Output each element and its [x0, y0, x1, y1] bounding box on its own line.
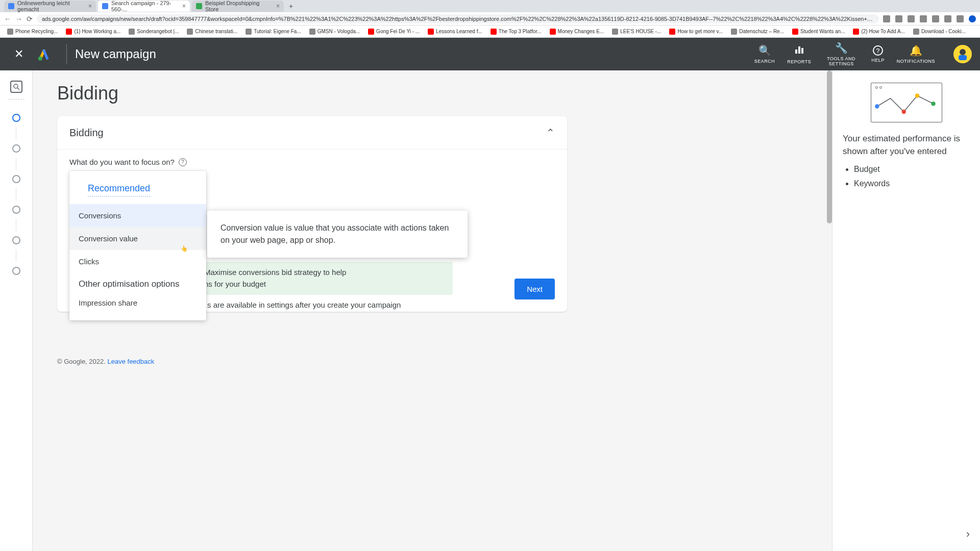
url-bar: ← → ⟳ ads.google.com/aw/campaigns/new/se…	[0, 12, 980, 26]
bookmark[interactable]: Sonderangebot |...	[126, 28, 182, 36]
performance-chart-icon	[871, 83, 942, 122]
notifications-button[interactable]: 🔔 NOTIFICATIONS	[897, 44, 935, 64]
google-ads-logo-icon	[36, 46, 52, 62]
bookmark[interactable]: LEE'S HOUSE -...	[609, 28, 664, 36]
tab-label: Search campaign - 279-560-...	[111, 0, 179, 12]
tab-favicon	[102, 3, 108, 9]
help-icon: ?	[873, 45, 883, 56]
bookmark[interactable]: (1) How Working a...	[63, 28, 124, 36]
dropdown-option-conversion-value[interactable]: Conversion value 👆	[69, 227, 206, 250]
close-icon[interactable]: ×	[88, 3, 92, 10]
url-input[interactable]: ads.google.com/aw/campaigns/new/search/d…	[37, 14, 879, 23]
chevron-right-icon[interactable]: ›	[966, 528, 970, 541]
extension-icon[interactable]	[944, 15, 951, 22]
dropdown-option-conversions[interactable]: Conversions	[69, 204, 206, 227]
svg-point-6	[14, 84, 18, 88]
step-indicator[interactable]	[12, 206, 20, 214]
performance-panel: Your estimated performance is shown afte…	[832, 70, 980, 551]
close-icon[interactable]: ✕	[8, 47, 30, 61]
card-header[interactable]: Bidding ⌃	[57, 116, 567, 149]
tab-label: Onlinewerbung leicht gemacht	[17, 0, 85, 12]
bookmark[interactable]: (2) How To Add A...	[850, 28, 908, 36]
scrollbar[interactable]	[827, 70, 832, 223]
bookmark[interactable]: Chinese translati...	[184, 28, 240, 36]
browser-tab[interactable]: Onlinewerbung leicht gemacht ×	[4, 1, 96, 12]
list-item: Budget	[854, 165, 970, 174]
dropdown-option-impression-share[interactable]: Impression share	[69, 291, 206, 314]
bookmark[interactable]: Tutorial: Eigene Fa...	[242, 28, 304, 36]
focus-label: What do you want to focus on? ?	[69, 158, 555, 166]
svg-line-7	[17, 88, 19, 90]
tooltip: Conversion value is value that you assoc…	[207, 211, 468, 258]
step-indicator[interactable]	[12, 144, 20, 153]
svg-point-4	[960, 49, 966, 55]
bookmarks-bar: Phone Recycling... (1) How Working a... …	[0, 26, 980, 38]
step-indicator[interactable]	[12, 114, 20, 122]
avatar-icon	[955, 47, 970, 61]
divider	[66, 44, 67, 64]
bookmark[interactable]: GMSN - Vologda...	[306, 28, 363, 36]
profile-icon[interactable]	[969, 15, 976, 22]
bookmark[interactable]: Datenschutz – Re...	[728, 28, 787, 36]
chevron-up-icon[interactable]: ⌃	[546, 127, 555, 139]
browser-tab[interactable]: Beispiel Dropshipping Store ×	[192, 1, 284, 12]
search-button[interactable]: 🔍 SEARCH	[754, 44, 775, 64]
extension-icon[interactable]	[895, 15, 902, 22]
reload-icon[interactable]: ⟳	[27, 15, 33, 23]
svg-point-0	[38, 57, 42, 61]
extension-icon[interactable]	[883, 15, 890, 22]
left-rail	[0, 70, 33, 551]
overview-icon[interactable]	[10, 81, 22, 93]
svg-point-9	[901, 110, 905, 114]
bookmark[interactable]: Student Wants an...	[789, 28, 848, 36]
bookmark[interactable]: Download - Cooki...	[910, 28, 969, 36]
new-tab-button[interactable]: +	[286, 1, 296, 11]
leave-feedback-link[interactable]: Leave feedback	[107, 358, 154, 365]
help-button[interactable]: ? HELP	[871, 45, 885, 63]
divider	[8, 99, 24, 99]
footer: © Google, 2022. Leave feedback	[57, 358, 567, 365]
avatar[interactable]	[953, 45, 972, 63]
alt-strategies-text: s are available in settings after you cr…	[207, 300, 401, 309]
extension-icons	[883, 15, 976, 22]
close-icon[interactable]: ×	[182, 3, 186, 10]
bookmark[interactable]: Money Changes E...	[547, 28, 607, 36]
bookmark[interactable]: The Top 3 Platfor...	[487, 28, 545, 36]
extension-icon[interactable]	[957, 15, 964, 22]
chart-icon	[794, 44, 804, 57]
reports-button[interactable]: REPORTS	[787, 44, 811, 64]
next-button[interactable]: Next	[514, 279, 555, 299]
back-icon[interactable]: ←	[4, 15, 11, 23]
browser-tab[interactable]: Search campaign - 279-560-... ×	[98, 1, 190, 12]
help-icon[interactable]: ?	[179, 158, 187, 166]
svg-rect-1	[795, 49, 797, 54]
section-heading: Bidding	[57, 83, 567, 104]
extension-icon[interactable]	[920, 15, 927, 22]
tools-settings-button[interactable]: 🔧 TOOLS AND SETTINGS	[823, 42, 859, 66]
card-title: Bidding	[69, 127, 104, 139]
cursor-icon: 👆	[181, 245, 188, 252]
bell-icon: 🔔	[910, 44, 922, 57]
step-indicator[interactable]	[12, 267, 20, 275]
step-indicator[interactable]	[12, 175, 20, 183]
tab-favicon	[8, 3, 14, 9]
bookmark[interactable]: Gong Fei De Yi - ...	[365, 28, 423, 36]
content-area: Bidding Bidding ⌃ What do you want to fo…	[33, 70, 832, 551]
close-icon[interactable]: ×	[276, 3, 280, 10]
bookmark[interactable]: How to get more v...	[666, 28, 726, 36]
svg-rect-3	[801, 48, 803, 54]
recommendation-banner: Maximise conversions bid strategy to hel…	[195, 262, 453, 295]
dropdown-option-clicks[interactable]: Clicks	[69, 250, 206, 273]
extension-icon[interactable]	[932, 15, 939, 22]
svg-point-11	[931, 102, 935, 106]
bookmark[interactable]: Lessons Learned f...	[425, 28, 485, 36]
estimate-text: Your estimated performance is shown afte…	[843, 133, 970, 158]
extension-icon[interactable]	[908, 15, 915, 22]
wrench-icon: 🔧	[835, 42, 848, 54]
dropdown-section-recommended: Recommended	[88, 179, 150, 197]
svg-rect-2	[798, 46, 800, 54]
page-title: New campaign	[75, 47, 156, 61]
forward-icon[interactable]: →	[15, 15, 22, 23]
bookmark[interactable]: Phone Recycling...	[4, 28, 61, 36]
step-indicator[interactable]	[12, 236, 20, 244]
